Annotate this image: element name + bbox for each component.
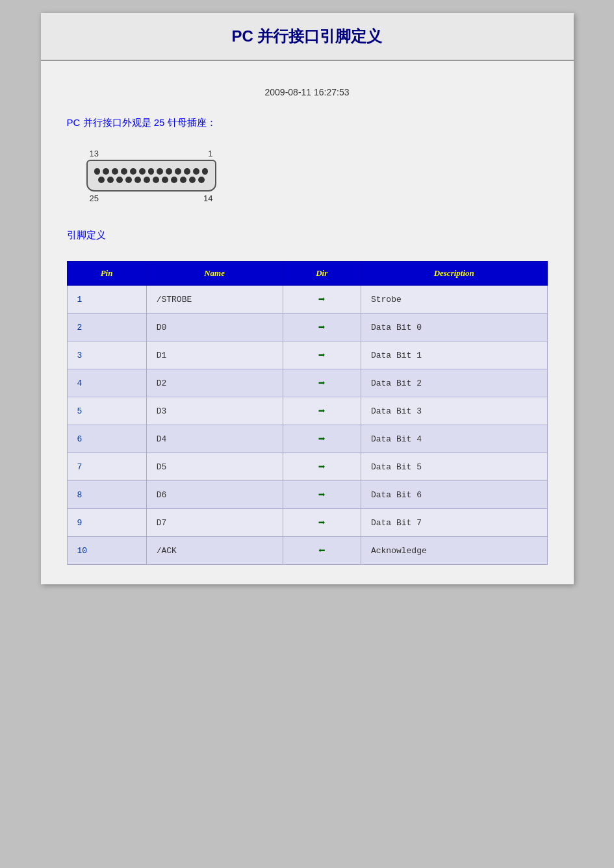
cell-dir: ➡ [283,369,361,397]
table-row: 4D2➡Data Bit 2 [67,369,547,397]
cell-pin: 5 [67,397,146,425]
cell-dir: ➡ [283,314,361,341]
pin-table: Pin Name Dir Description 1/STROBE➡Strobe… [67,261,548,565]
table-row: 5D3➡Data Bit 3 [67,397,547,425]
cell-name: D6 [146,481,283,509]
cell-dir: ➡ [283,341,361,369]
cell-description: Data Bit 0 [361,314,547,341]
connector-label-1: 1 [208,149,212,158]
connector-diagram: 13 1 [86,149,216,203]
cell-pin: 3 [67,341,146,369]
page-container: PC 并行接口引脚定义 2009-08-11 16:27:53 PC 并行接口外… [41,13,574,584]
cell-description: Data Bit 1 [361,341,547,369]
cell-name: D0 [146,314,283,341]
cell-pin: 8 [67,481,146,509]
col-header-dir: Dir [283,262,361,286]
cell-pin: 7 [67,453,146,481]
cell-description: Acknowledge [361,537,547,565]
pin-dot [162,177,168,183]
cell-pin: 9 [67,509,146,537]
page-title: PC 并行接口引脚定义 [60,26,554,47]
table-row: 8D6➡Data Bit 6 [67,481,547,509]
pin-dot [153,177,159,183]
pin-dot [144,177,150,183]
table-row: 7D5➡Data Bit 5 [67,453,547,481]
cell-name: /ACK [146,537,283,565]
timestamp: 2009-08-11 16:27:53 [67,81,548,97]
pin-dot [98,177,105,183]
cell-name: D7 [146,509,283,537]
arrow-left-icon: ⬅ [318,545,326,558]
cell-dir: ➡ [283,509,361,537]
table-row: 3D1➡Data Bit 1 [67,341,547,369]
cell-dir: ➡ [283,453,361,481]
connector-label-14: 14 [203,193,212,203]
table-header-row: Pin Name Dir Description [67,262,547,286]
cell-pin: 1 [67,286,146,314]
pin-dot [171,177,177,183]
cell-name: D4 [146,425,283,453]
pin-dot [112,168,118,175]
pin-dot [107,177,114,183]
connector-body [86,160,216,192]
pin-dot [180,177,186,183]
pin-dot [116,177,123,183]
arrow-right-icon: ➡ [318,377,326,390]
pin-dot [189,177,196,183]
arrow-right-icon: ➡ [318,321,326,334]
pin-dot [193,168,199,175]
arrow-right-icon: ➡ [318,461,326,474]
table-row: 1/STROBE➡Strobe [67,286,547,314]
cell-name: D3 [146,397,283,425]
cell-description: Data Bit 4 [361,425,547,453]
connector-top-labels: 13 1 [86,149,216,158]
cell-pin: 10 [67,537,146,565]
table-row: 10/ACK⬅Acknowledge [67,537,547,565]
table-row: 9D7➡Data Bit 7 [67,509,547,537]
pindef-title: 引脚定义 [67,229,548,242]
cell-name: D2 [146,369,283,397]
table-row: 6D4➡Data Bit 4 [67,425,547,453]
cell-dir: ➡ [283,286,361,314]
connector-bottom-labels: 25 14 [86,193,216,203]
arrow-right-icon: ➡ [318,405,326,418]
arrow-right-icon: ➡ [318,489,326,502]
cell-dir: ➡ [283,425,361,453]
cell-name: /STROBE [146,286,283,314]
cell-description: Data Bit 3 [361,397,547,425]
pin-dot [175,168,181,175]
cell-name: D5 [146,453,283,481]
pin-dot [94,168,101,175]
col-header-desc: Description [361,262,547,286]
connector-row-bottom [94,177,209,183]
arrow-right-icon: ➡ [318,349,326,362]
cell-dir: ⬅ [283,537,361,565]
arrow-right-icon: ➡ [318,433,326,446]
cell-description: Data Bit 5 [361,453,547,481]
connector-label-13: 13 [90,149,99,158]
cell-pin: 2 [67,314,146,341]
connector-label-25: 25 [90,193,99,203]
cell-dir: ➡ [283,397,361,425]
pin-dot [130,168,136,175]
pin-dot [148,168,155,175]
title-bar: PC 并行接口引脚定义 [41,13,574,61]
pin-dot [121,168,127,175]
connector-row-top [94,168,209,175]
cell-description: Data Bit 6 [361,481,547,509]
cell-description: Data Bit 2 [361,369,547,397]
pin-dot [166,168,172,175]
cell-dir: ➡ [283,481,361,509]
pin-dot [134,177,141,183]
content-area: 2009-08-11 16:27:53 PC 并行接口外观是 25 针母插座： … [41,61,574,584]
pin-dot [103,168,109,175]
cell-pin: 4 [67,369,146,397]
pin-dot [202,168,209,175]
pin-dot [157,168,163,175]
col-header-name: Name [146,262,283,286]
connector-section-title: PC 并行接口外观是 25 针母插座： [67,117,548,129]
arrow-right-icon: ➡ [318,293,326,306]
cell-description: Data Bit 7 [361,509,547,537]
pin-dot [198,177,205,183]
pin-dot [139,168,146,175]
